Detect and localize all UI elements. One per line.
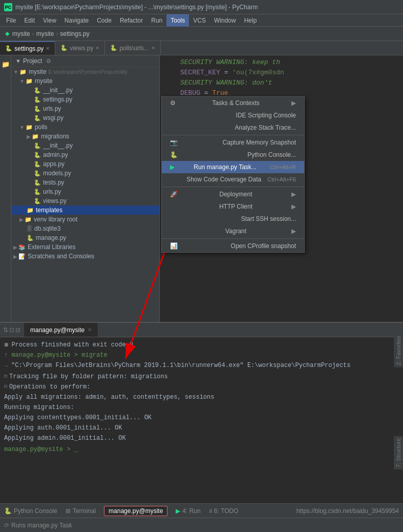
tree-item-models[interactable]: 🐍 models.py — [11, 169, 159, 178]
tree-item-db[interactable]: 🗄 db.sqlite3 — [11, 224, 159, 233]
menu-view[interactable]: View — [39, 14, 60, 27]
project-icon[interactable]: 📁 — [1, 59, 10, 69]
tree-label: settings.py — [43, 96, 72, 103]
tree-item-mysite[interactable]: ▼ 📁 mysite — [11, 76, 159, 86]
tree-label: __init__.py — [43, 142, 73, 149]
menu-analyze-stack[interactable]: Analyze Stack Trace... — [162, 121, 304, 134]
tree-item-venv[interactable]: ▶ 📁 venv library root — [11, 215, 159, 224]
run-icon: ▶ — [170, 163, 178, 171]
layout-icon: ⊟ — [15, 326, 20, 334]
console-line-2: ↑ manage.py@mysite > migrate — [4, 351, 399, 360]
run-tab-icon: ▶ — [176, 507, 180, 515]
breadcrumb-folder[interactable]: mysite — [36, 30, 54, 37]
project-panel: ▼ Project ⚙ ▼ 📁 mysite E:\workspace\Pych… — [11, 55, 160, 347]
tree-item-urls1[interactable]: 🐍 urls.py — [11, 104, 159, 113]
folder-icon: 📁 — [26, 78, 33, 85]
coverage-shortcut: Ctrl+Alt+F6 — [267, 176, 296, 182]
menu-python-console[interactable]: 🐍 Python Console... — [162, 149, 304, 161]
submenu-arrow: ▶ — [291, 99, 296, 107]
tilde-icon: ～ — [4, 362, 9, 371]
python-console-icon: 🐍 — [4, 507, 12, 515]
window-title: mysite [E:\workspace\PycharmProjects\mys… — [15, 4, 258, 11]
run-tab[interactable]: ▶ 4: Run — [176, 507, 200, 515]
python-console-tab[interactable]: 🐍 Python Console — [4, 507, 57, 515]
settings-file-icon: 🐍 — [5, 45, 12, 52]
camera-icon: 📷 — [170, 139, 178, 146]
menu-bar: File Edit View Navigate Code Refactor Ru… — [0, 14, 403, 27]
tree-item-views[interactable]: 🐍 views.py — [11, 196, 159, 206]
url-text: https://blog.csdn.net/baidu_39459954 — [296, 507, 399, 515]
tree-item-polls[interactable]: ▼ 📁 polls — [11, 122, 159, 132]
stop-icon: ■ — [4, 340, 8, 350]
menu-vagrant[interactable]: Vagrant ▶ — [162, 225, 304, 237]
menu-vcs[interactable]: VCS — [189, 14, 210, 27]
close-views-tab[interactable]: ✕ — [95, 45, 99, 51]
file-tab-settings-label: settings.py — [14, 45, 44, 52]
todo-tab[interactable]: ≡ 6: TODO — [209, 507, 239, 515]
terminal-tab[interactable]: ⊞ Terminal — [66, 507, 96, 515]
console-output: ■ Process finished with exit code 0 ↑ ma… — [0, 337, 403, 519]
tree-item-tests[interactable]: 🐍 tests.py — [11, 178, 159, 187]
breadcrumb-file[interactable]: settings.py — [60, 30, 89, 37]
py-icon: 🐍 — [34, 87, 41, 94]
menu-navigate[interactable]: Navigate — [60, 14, 93, 27]
tree-item-manage[interactable]: 🐍 manage.py — [11, 233, 159, 242]
tree-item-ext-libs[interactable]: ▶ 📚 External Libraries — [11, 242, 159, 252]
tree-item-migrations[interactable]: ▶ 📁 migrations — [11, 132, 159, 141]
tree-item-apps[interactable]: 🐍 apps.py — [11, 159, 159, 169]
menu-cprofile[interactable]: 📊 Open CProfile snapshot — [162, 240, 304, 252]
tree-item-admin[interactable]: 🐍 admin.py — [11, 150, 159, 159]
project-collapse-icon[interactable]: ▼ — [15, 58, 21, 64]
menu-run[interactable]: Run — [147, 14, 166, 27]
console-line-6: Apply all migrations: admin, auth, conte… — [4, 393, 399, 402]
menu-deployment[interactable]: 🚀 Deployment ▶ — [162, 188, 304, 200]
menu-tasks-contexts[interactable]: ⚙ Tasks & Contexts ▶ — [162, 97, 304, 109]
py-icon: 🐍 — [34, 189, 41, 195]
file-tab-views[interactable]: 🐍 views.py ✕ — [55, 41, 105, 55]
tree-item-init1[interactable]: 🐍 __init__.py — [11, 86, 159, 95]
close-console-tab[interactable]: ✕ — [88, 327, 92, 333]
polls-file-icon: 🐍 — [110, 45, 117, 51]
menu-run-managepy[interactable]: ▶ Run manage.py Task... Ctrl+Alt+R — [162, 161, 304, 173]
breadcrumb-project[interactable]: mysite — [12, 30, 30, 37]
tree-label: models.py — [43, 170, 71, 177]
tree-item-root-mysite[interactable]: ▼ 📁 mysite E:\workspace\PycharmProjects\… — [11, 67, 159, 76]
left-side-icons: 📁 — [0, 55, 11, 347]
menu-edit[interactable]: Edit — [20, 14, 39, 27]
menu-http-client[interactable]: HTTP Client ▶ — [162, 200, 304, 213]
file-tabs: 🐍 settings.py ✕ 🐍 views.py ✕ 🐍 polls\url… — [0, 41, 403, 55]
db-icon: 🗄 — [27, 226, 32, 232]
menu-ssh[interactable]: Start SSH session... — [162, 213, 304, 225]
menu-tools[interactable]: Tools — [166, 14, 189, 27]
menu-file[interactable]: File — [2, 14, 20, 27]
py-icon: 🐍 — [34, 170, 41, 177]
menu-refactor[interactable]: Refactor — [116, 14, 147, 27]
favorites-label[interactable]: 2: Favorites — [394, 334, 403, 367]
file-tab-settings[interactable]: 🐍 settings.py ✕ — [0, 41, 55, 55]
menu-ide-scripting[interactable]: IDE Scripting Console — [162, 109, 304, 121]
console-tab[interactable]: manage.py@mysite ✕ — [24, 323, 98, 337]
menu-code[interactable]: Code — [93, 14, 116, 27]
structure-label[interactable]: 7: Structure — [394, 436, 403, 469]
tree-item-templates[interactable]: 📁 templates — [11, 206, 159, 215]
console-text: Applying auth.0001_initial... OK — [4, 424, 122, 432]
menu-coverage[interactable]: Show Code Coverage Data Ctrl+Alt+F6 — [162, 173, 304, 186]
status-bar: ⟳ Runs manage.py Task 2: Favorites 7: St… — [0, 518, 403, 532]
close-polls-tab[interactable]: ✕ — [151, 45, 155, 51]
console-line-8: Applying contenttypes.0001_initial... OK — [4, 413, 399, 422]
tree-item-settings[interactable]: 🐍 settings.py — [11, 95, 159, 104]
file-tab-polls-urls[interactable]: 🐍 polls\urls... ✕ — [105, 41, 160, 55]
tree-item-init2[interactable]: 🐍 __init__.py — [11, 141, 159, 150]
menu-window[interactable]: Window — [210, 14, 240, 27]
tree-item-scratches[interactable]: ▶ 📝 Scratches and Consoles — [11, 252, 159, 261]
tree-label: __init__.py — [43, 87, 73, 94]
tree-item-wsgi[interactable]: 🐍 wsgi.py — [11, 113, 159, 122]
menu-capture-memory[interactable]: 📷 Capture Memory Snapshot — [162, 136, 304, 149]
manage-py-tab[interactable]: manage.py@mysite — [104, 506, 167, 516]
tree-item-urls2[interactable]: 🐍 urls.py — [11, 187, 159, 196]
project-settings-icon[interactable]: ⚙ — [46, 58, 51, 65]
menu-help[interactable]: Help — [240, 14, 261, 27]
console-prompt-text: manage.py@mysite > _ — [4, 446, 78, 453]
close-settings-tab[interactable]: ✕ — [46, 46, 50, 51]
separator3 — [162, 238, 304, 239]
